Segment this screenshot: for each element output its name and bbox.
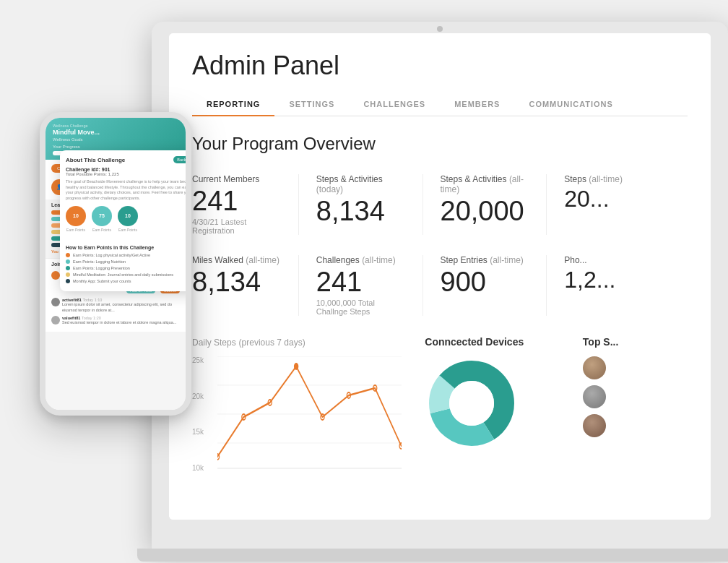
avatar [583,414,606,437]
top-title: Top S... [583,336,688,348]
y-label-25k: 25k [192,356,214,364]
earn-text-1: Earn Points: Log physical activity/Get A… [73,253,150,257]
challenge-popup: About This Challenge Back to Challenge ×… [60,150,191,291]
stat-suffix-miles: (all-time) [246,255,280,265]
daily-steps-section: Daily Steps (previous 7 days) 25k 20k 15… [192,336,402,472]
comment-content-1: activefit81 Today 1:10 Lorem ipsum dolor… [62,298,180,313]
stat-label-step-entries: Step Entries (all-time) [441,255,529,265]
earn-text-extra-2: Monthly App: Submit your counts [73,279,131,283]
stat-current-members: Current Members 241 4/30/21 Lastest Regi… [192,174,299,235]
earn-item-3: Earn Points: Logging Prevention [66,266,191,270]
stat-label-challenges: Challenges (all-time) [316,255,405,265]
stat-sub-challenges: 10,000,000 Total Challnge Steps [316,298,405,316]
earn-dot-extra-1 [66,272,70,277]
y-label-10k: 10k [192,464,214,472]
earn-dot-2 [66,259,70,264]
earn-title: How to Earn Points in this Challenge [66,245,191,250]
y-label-20k: 20k [192,392,214,400]
point-item-1: 10 Earn Points [66,206,86,232]
popup-total-points: Total Possible Points: 1,225 [66,172,119,176]
point-item-3: 10 Earn Points [118,206,138,232]
stat-steps-4: Steps (all-time) 20... [564,174,670,235]
earn-dot-extra-2 [66,279,70,283]
stat-steps-today: Steps & Activities (today) 8,134 [316,174,423,235]
comment-1: activefit81 Today 1:10 Lorem ipsum dolor… [51,298,180,313]
popup-challenge-id-label: Challenge Id#: 901 [66,167,110,172]
mobile-subtitle: Wellness Goals [53,137,178,142]
stat-label-suffix-alltime: (all-time) [441,174,524,194]
commenter-avatar-1 [51,298,60,306]
mobile-progress-label: Your Progress [53,145,178,149]
avatar [583,385,606,408]
current-user-avatar [51,271,60,280]
popup-description: The goal of Beachside Movement challenge… [66,179,191,202]
stat-value-steps-today: 8,134 [316,197,405,225]
popup-header-right: Back to Challenge × [173,156,191,163]
stat-value-miles: 8,134 [192,268,281,296]
comment-content-2: valuefit81 Today 1:20 Sed euismod tempor… [62,316,176,326]
admin-body: Your Program Overview Current Members 24… [169,116,711,489]
bottom-row: Daily Steps (previous 7 days) 25k 20k 15… [192,336,688,472]
comment-2: valuefit81 Today 1:20 Sed euismod tempor… [51,316,180,326]
top-list [583,356,688,437]
stat-label-steps-today: Steps & Activities (today) [316,174,405,194]
earn-dot-1 [66,253,70,257]
chart-title: Daily Steps (previous 7 days) [192,336,402,348]
devices-section: Conncected Devices [425,336,560,472]
tab-communications[interactable]: COMMUNICATIONS [514,93,627,116]
mobile-device: Wellness Challenge Mindful Move... Welln… [40,112,191,416]
stat-challenges: Challenges (all-time) 241 10,000,000 Tot… [316,255,423,316]
stat-miles: Miles Walked (all-time) 8,134 [192,255,299,316]
comment-text-2: Sed euismod tempor in dolore et labore e… [62,320,176,326]
svg-point-8 [295,364,298,369]
admin-header: Admin Panel REPORTING SETTINGS CHALLENGE… [169,33,711,116]
stat-value-step-entries: 900 [441,268,529,296]
point-circle-1: 10 [66,206,86,226]
stat-suffix-step-entries: (all-time) [490,255,524,265]
popup-title: About This Challenge [66,157,125,163]
stat-step-entries: Step Entries (all-time) 900 [441,255,547,316]
tab-challenges[interactable]: CHALLENGES [349,93,440,116]
stat-label-suffix-4: (all-time) [589,174,623,184]
earn-item-2: Earn Points: Logging Nutrition [66,259,191,264]
stat-label-photos: Pho... [564,255,653,265]
admin-panel: Admin Panel REPORTING SETTINGS CHALLENGE… [169,33,711,520]
comment-text-1: Lorem ipsum dolor sit amet, consectetur … [62,302,180,313]
devices-title: Conncected Devices [425,336,560,348]
list-item [583,385,688,408]
point-circle-3: 10 [118,206,138,226]
earn-item-1: Earn Points: Log physical activity/Get A… [66,253,191,257]
stat-value-challenges: 241 [316,268,405,296]
stat-value-steps-alltime: 20,000 [441,197,529,225]
stats-row-1: Current Members 241 4/30/21 Lastest Regi… [192,174,688,235]
stats-row-2: Miles Walked (all-time) 8,134 Challenges… [192,255,688,316]
popup-challenge-info: Challenge Id#: 901 Total Possible Points… [66,167,191,176]
laptop-base [137,549,728,562]
point-label-3: Earn Points [118,228,138,232]
earn-text-3: Earn Points: Logging Prevention [73,266,130,270]
list-item [583,414,688,437]
page-title: Admin Panel [192,51,688,81]
chart-container: 25k 20k 15k 10k [192,356,402,472]
stat-label-suffix-today: (today) [316,184,343,194]
top-section: Top S... [583,336,688,472]
mobile-breadcrumb: Wellness Challenge [53,124,178,128]
expand-icon-row: ▼ [66,236,191,243]
mobile-challenge-title: Mindful Move... [53,129,178,136]
tab-reporting[interactable]: REPORTING [192,93,274,116]
tab-members[interactable]: MEMBERS [440,93,514,116]
chart-subtitle: (previous 7 days) [239,338,306,348]
stat-label-miles: Miles Walked (all-time) [192,255,281,265]
back-to-challenge-btn[interactable]: Back to Challenge [173,156,191,163]
stat-sub-members: 4/30/21 Lastest Registration [192,218,281,235]
laptop-screen: Admin Panel REPORTING SETTINGS CHALLENGE… [169,33,711,520]
earn-text-extra-1: Mindful Meditation: Journal entries and … [73,272,173,277]
stat-value-members: 241 [192,187,281,215]
stat-photos: Pho... 1,2... [564,255,670,316]
earn-text-2: Earn Points: Logging Nutrition [73,259,126,264]
earn-dot-3 [66,266,70,270]
stat-label-steps-alltime: Steps & Activities (all-time) [441,174,529,194]
tab-settings[interactable]: SETTINGS [274,93,349,116]
chart-svg-area [217,356,402,472]
lb-you-label: You [51,249,58,255]
